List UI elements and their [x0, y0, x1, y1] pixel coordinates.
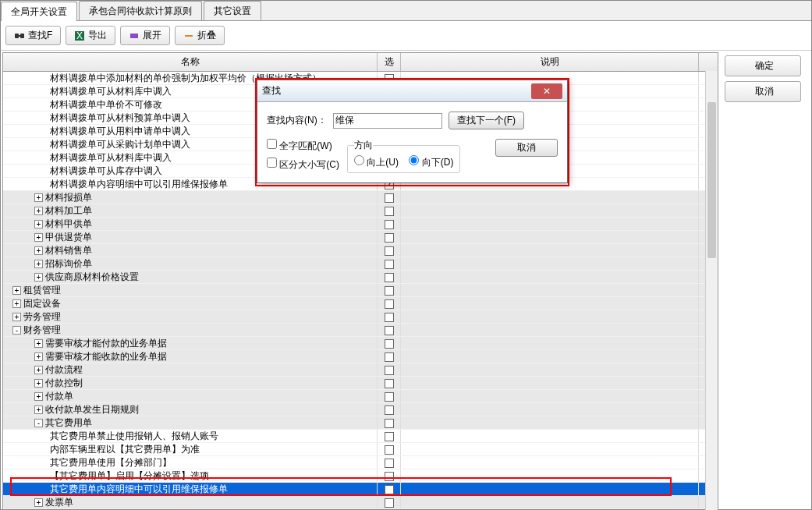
tab-contract-rule[interactable]: 承包合同待收款计算原则: [79, 1, 202, 20]
table-row[interactable]: +甲供退货单: [3, 231, 718, 244]
expand-toggle[interactable]: +: [12, 299, 21, 308]
row-checkbox[interactable]: [385, 207, 394, 216]
table-row[interactable]: +付款单: [3, 390, 718, 403]
expand-toggle[interactable]: +: [34, 366, 43, 374]
table-row[interactable]: 【其它费用单】启用【分摊设置】选项: [3, 469, 718, 483]
expand-toggle[interactable]: +: [34, 352, 43, 361]
dialog-body: 查找内容(N)： 查找下一个(F) 全字匹配(W) 区分大小写(C) 方向 向上…: [257, 102, 567, 182]
expand-toggle[interactable]: +: [34, 260, 43, 268]
row-checkbox[interactable]: [385, 313, 394, 322]
row-checkbox[interactable]: [385, 459, 394, 468]
row-checkbox[interactable]: [385, 352, 394, 362]
table-row[interactable]: -财务管理: [3, 324, 718, 337]
row-label: 材料调拨单可从用料申请单中调入: [50, 126, 190, 136]
row-checkbox[interactable]: [385, 273, 394, 282]
whole-word-checkbox[interactable]: 全字匹配(W): [267, 139, 339, 153]
table-row[interactable]: +材料加工单: [3, 204, 718, 218]
expand-toggle[interactable]: +: [34, 193, 43, 202]
row-checkbox[interactable]: [385, 366, 394, 375]
expand-toggle[interactable]: +: [12, 286, 21, 295]
row-checkbox[interactable]: [385, 432, 394, 441]
export-button[interactable]: X导出: [66, 26, 115, 45]
row-checkbox[interactable]: [385, 379, 394, 388]
col-select[interactable]: 选: [378, 53, 401, 71]
find-input[interactable]: [333, 113, 442, 129]
dialog-titlebar[interactable]: 查找 ✕: [257, 80, 567, 102]
row-label: 需要审核才能收款的业务单据: [45, 351, 167, 362]
row-label: 材料加工单: [45, 205, 92, 216]
expand-toggle[interactable]: +: [12, 313, 21, 321]
table-row[interactable]: +需要审核才能付款的业务单据: [3, 337, 718, 350]
ok-button[interactable]: 确定: [725, 55, 801, 76]
tab-other-settings[interactable]: 其它设置: [204, 1, 261, 20]
table-row[interactable]: 内部车辆里程以【其它费用单】为准: [3, 443, 718, 456]
row-checkbox[interactable]: [385, 392, 394, 402]
close-icon[interactable]: ✕: [531, 83, 562, 99]
collapse-button[interactable]: 折叠: [175, 26, 225, 45]
expand-toggle[interactable]: -: [34, 419, 43, 427]
tab-global-switch[interactable]: 全局开关设置: [1, 2, 77, 21]
svg-rect-5: [130, 34, 138, 38]
row-checkbox[interactable]: [385, 445, 394, 455]
expand-toggle[interactable]: +: [34, 406, 43, 414]
table-row[interactable]: +材料销售单: [3, 244, 718, 257]
expand-toggle[interactable]: +: [34, 207, 43, 215]
dialog-cancel-button[interactable]: 取消: [495, 139, 558, 157]
expand-toggle[interactable]: +: [34, 392, 43, 401]
expand-toggle[interactable]: +: [34, 246, 43, 255]
row-label: 收付款单发生日期规则: [45, 404, 139, 415]
table-row[interactable]: +材料报损单: [3, 191, 718, 204]
row-checkbox[interactable]: [385, 485, 394, 494]
row-checkbox[interactable]: [385, 406, 394, 415]
scrollbar-thumb[interactable]: [707, 102, 716, 258]
find-button[interactable]: 查找F: [5, 26, 61, 45]
table-row[interactable]: +招标询价单: [3, 257, 718, 271]
scrollbar[interactable]: [705, 71, 718, 510]
table-row[interactable]: +收付款单发生日期规则: [3, 403, 718, 416]
row-checkbox[interactable]: [385, 498, 394, 508]
row-checkbox[interactable]: [385, 339, 394, 349]
expand-toggle[interactable]: +: [34, 233, 43, 242]
row-checkbox[interactable]: [385, 246, 394, 256]
table-row[interactable]: 其它费用单内容明细中可以引用维保报修单: [3, 483, 718, 496]
row-label: 材料销售单: [45, 245, 92, 256]
row-checkbox[interactable]: [385, 419, 394, 428]
table-row[interactable]: +租赁管理: [3, 284, 718, 297]
expand-toggle[interactable]: +: [34, 339, 43, 348]
table-row[interactable]: +付款控制: [3, 377, 718, 390]
row-checkbox[interactable]: [385, 220, 394, 229]
table-row[interactable]: +发票单: [3, 496, 718, 509]
table-row[interactable]: +付款流程: [3, 363, 718, 377]
toolbar: 查找F X导出 展开 折叠: [1, 21, 811, 51]
table-row[interactable]: +劳务管理: [3, 310, 718, 324]
right-panel: 确定 取消: [720, 51, 806, 510]
row-checkbox[interactable]: [385, 299, 394, 309]
table-row[interactable]: -其它费用单: [3, 416, 718, 430]
cancel-button[interactable]: 取消: [725, 81, 801, 102]
table-row[interactable]: 其它费用单使用【分摊部门】: [3, 456, 718, 469]
table-row[interactable]: +需要审核才能收款的业务单据: [3, 350, 718, 363]
expand-toggle[interactable]: +: [34, 220, 43, 228]
row-checkbox[interactable]: [385, 472, 394, 481]
expand-toggle[interactable]: -: [12, 326, 21, 335]
table-row[interactable]: +供应商原材料价格设置: [3, 271, 718, 284]
row-checkbox[interactable]: [385, 286, 394, 296]
row-checkbox[interactable]: [385, 260, 394, 269]
expand-toggle[interactable]: +: [34, 498, 43, 507]
table-row[interactable]: +固定设备: [3, 297, 718, 310]
table-row[interactable]: 其它费用单禁止使用报销人、报销人账号: [3, 430, 718, 443]
col-desc[interactable]: 说明: [401, 53, 699, 71]
row-label: 付款单: [45, 391, 73, 402]
table-row[interactable]: +材料甲供单: [3, 218, 718, 231]
expand-button[interactable]: 展开: [120, 26, 170, 45]
expand-toggle[interactable]: +: [34, 379, 43, 388]
row-checkbox[interactable]: [385, 326, 394, 335]
expand-toggle[interactable]: +: [34, 273, 43, 282]
dir-down-radio[interactable]: 向下(D): [409, 157, 453, 168]
col-name[interactable]: 名称: [3, 53, 378, 71]
row-checkbox[interactable]: [385, 233, 394, 243]
match-case-checkbox[interactable]: 区分大小写(C): [267, 158, 339, 172]
find-next-button[interactable]: 查找下一个(F): [449, 112, 524, 129]
row-checkbox[interactable]: [385, 193, 394, 203]
dir-up-radio[interactable]: 向上(U): [354, 157, 399, 168]
